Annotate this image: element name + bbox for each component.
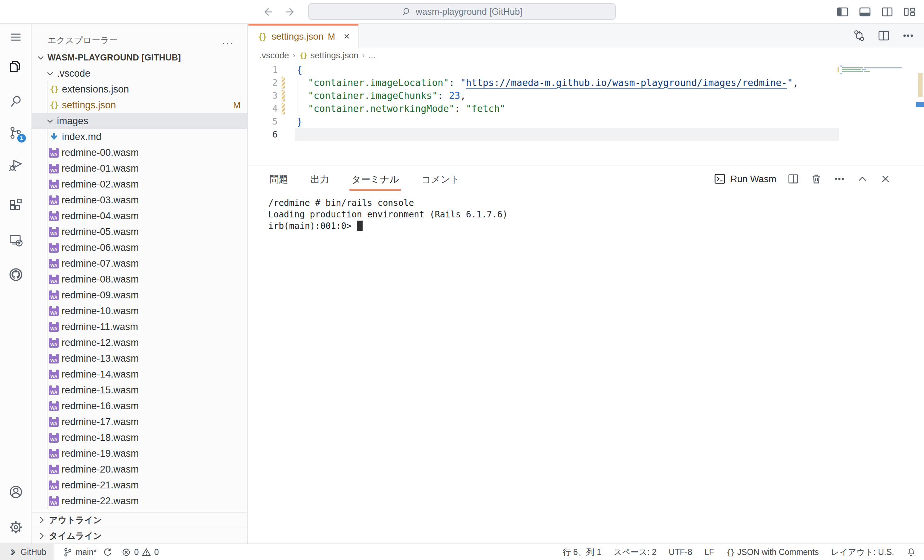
tree-item-redmine-01.wasm[interactable]: WAredmine-01.wasm bbox=[32, 160, 247, 176]
remote-explorer-icon[interactable] bbox=[7, 231, 24, 249]
tree-item-redmine-22.wasm[interactable]: WAredmine-22.wasm bbox=[32, 493, 247, 509]
tree-item-redmine-00.wasm[interactable]: WAredmine-00.wasm bbox=[32, 145, 247, 160]
more-actions-icon[interactable] bbox=[902, 29, 915, 42]
tree-item-redmine-03.wasm[interactable]: WAredmine-03.wasm bbox=[32, 192, 247, 208]
split-editor-icon[interactable] bbox=[881, 5, 894, 18]
code-line-2[interactable]: 2 "container.imageLocation": "https://ma… bbox=[249, 76, 924, 89]
cursor-position[interactable]: 行 6、列 1 bbox=[562, 547, 601, 558]
run-wasm-button[interactable]: Run Wasm bbox=[714, 173, 776, 185]
wasm-file-icon: WA bbox=[49, 180, 59, 189]
tree-item-redmine-17.wasm[interactable]: WAredmine-17.wasm bbox=[32, 414, 247, 430]
maximize-panel-icon[interactable] bbox=[856, 173, 868, 185]
tab-output[interactable]: 出力 bbox=[310, 167, 330, 191]
search-sidebar-icon[interactable] bbox=[7, 93, 24, 110]
close-tab-icon[interactable] bbox=[342, 31, 351, 42]
encoding[interactable]: UTF-8 bbox=[669, 547, 692, 557]
outline-section-header[interactable]: アウトライン bbox=[32, 512, 247, 528]
timeline-section-header[interactable]: タイムライン bbox=[32, 528, 247, 544]
code-line-3[interactable]: 3 "container.imageChunks": 23, bbox=[249, 89, 924, 102]
tree-item-redmine-04.wasm[interactable]: WAredmine-04.wasm bbox=[32, 208, 247, 224]
tree-item-redmine-02.wasm[interactable]: WAredmine-02.wasm bbox=[32, 176, 247, 192]
json-file-icon: {} bbox=[49, 84, 59, 94]
indentation[interactable]: スペース: 2 bbox=[614, 547, 657, 558]
tree-item-index.md[interactable]: index.md bbox=[32, 129, 247, 145]
github-icon[interactable] bbox=[7, 266, 24, 283]
breadcrumb-folder[interactable]: .vscode bbox=[259, 50, 289, 60]
code-line-6[interactable]: 6 bbox=[249, 128, 924, 141]
panel-more-actions-icon[interactable] bbox=[833, 173, 846, 185]
tab-terminal[interactable]: ターミナル bbox=[351, 167, 400, 191]
remote-indicator[interactable]: GitHub bbox=[0, 544, 54, 560]
tree-item-redmine-06.wasm[interactable]: WAredmine-06.wasm bbox=[32, 240, 247, 256]
open-changes-icon[interactable] bbox=[853, 29, 866, 42]
terminal-output[interactable]: /redmine # bin/rails consoleLoading prod… bbox=[249, 192, 924, 544]
explorer-more-actions-icon[interactable]: ··· bbox=[222, 40, 234, 46]
extensions-icon[interactable] bbox=[7, 196, 24, 214]
code-text: } bbox=[297, 115, 303, 128]
back-arrow-icon[interactable] bbox=[261, 6, 274, 18]
split-editor-right-icon[interactable] bbox=[877, 29, 890, 42]
tree-item-redmine-07.wasm[interactable]: WAredmine-07.wasm bbox=[32, 256, 247, 271]
split-terminal-icon[interactable] bbox=[787, 173, 800, 185]
tree-item-redmine-13.wasm[interactable]: WAredmine-13.wasm bbox=[32, 350, 247, 366]
menu-icon[interactable] bbox=[7, 28, 24, 46]
tree-item-wasm-playgroundgithub[interactable]: WASM-PLAYGROUND [GITHUB] bbox=[32, 50, 247, 66]
tree-item-extensions.json[interactable]: {}extensions.json bbox=[32, 81, 247, 97]
code-line-4[interactable]: 4 "container.networkingMode": "fetch" bbox=[249, 102, 924, 115]
minimap[interactable] bbox=[840, 66, 908, 109]
code-line-1[interactable]: 1{ bbox=[249, 63, 924, 76]
tree-item-redmine-11.wasm[interactable]: WAredmine-11.wasm bbox=[32, 319, 247, 335]
tab-settings-json[interactable]: {} settings.json M bbox=[249, 24, 358, 48]
tree-item-label: redmine-00.wasm bbox=[62, 147, 139, 158]
tree-item-redmine-05.wasm[interactable]: WAredmine-05.wasm bbox=[32, 224, 247, 240]
kill-terminal-trash-icon[interactable] bbox=[810, 173, 822, 185]
tab-comments[interactable]: コメント bbox=[421, 167, 460, 191]
breadcrumb-file[interactable]: settings.json bbox=[310, 50, 358, 60]
tab-problems[interactable]: 問題 bbox=[268, 167, 289, 191]
tree-item-redmine-15.wasm[interactable]: WAredmine-15.wasm bbox=[32, 382, 247, 398]
chevron-down-icon bbox=[45, 68, 56, 79]
tree-item-redmine-20.wasm[interactable]: WAredmine-20.wasm bbox=[32, 461, 247, 477]
toggle-panel-icon[interactable] bbox=[858, 5, 872, 18]
tree-item-redmine-18.wasm[interactable]: WAredmine-18.wasm bbox=[32, 430, 247, 446]
notifications-bell-icon[interactable] bbox=[906, 547, 916, 557]
command-center-search[interactable]: wasm-playground [GitHub] bbox=[308, 3, 616, 20]
breadcrumb-tail[interactable]: ... bbox=[368, 50, 376, 60]
tree-item-redmine-14.wasm[interactable]: WAredmine-14.wasm bbox=[32, 366, 247, 382]
code-line-5[interactable]: 5} bbox=[249, 115, 924, 128]
language-label: JSON with Comments bbox=[738, 547, 819, 557]
customize-layout-icon[interactable] bbox=[903, 5, 916, 18]
tree-item-label: redmine-20.wasm bbox=[62, 464, 139, 475]
tree-item-images[interactable]: images bbox=[32, 113, 247, 129]
tree-item-redmine-12.wasm[interactable]: WAredmine-12.wasm bbox=[32, 335, 247, 350]
settings-gear-icon[interactable] bbox=[7, 519, 24, 536]
explorer-icon[interactable] bbox=[7, 58, 24, 75]
tree-item-redmine-09.wasm[interactable]: WAredmine-09.wasm bbox=[32, 287, 247, 303]
eol-sequence[interactable]: LF bbox=[704, 547, 714, 557]
run-debug-icon[interactable] bbox=[7, 156, 24, 173]
account-icon[interactable] bbox=[7, 483, 24, 501]
wasm-file-icon: WA bbox=[49, 195, 59, 205]
overview-ruler[interactable] bbox=[916, 63, 924, 166]
branch-indicator[interactable]: main* bbox=[63, 547, 112, 557]
source-control-icon[interactable]: 1 bbox=[7, 124, 24, 142]
tree-item-redmine-10.wasm[interactable]: WAredmine-10.wasm bbox=[32, 303, 247, 319]
file-tree: WASM-PLAYGROUND [GITHUB].vscode{}extensi… bbox=[32, 50, 247, 509]
problems-indicator[interactable]: 0 0 bbox=[122, 547, 159, 557]
language-mode[interactable]: {} JSON with Comments bbox=[726, 547, 819, 557]
tree-item-settings.json[interactable]: {}settings.jsonM bbox=[32, 97, 247, 113]
tree-item-redmine-08.wasm[interactable]: WAredmine-08.wasm bbox=[32, 271, 247, 287]
tree-item-.vscode[interactable]: .vscode bbox=[32, 66, 247, 81]
toggle-sidebar-icon[interactable] bbox=[836, 5, 849, 18]
wasm-file-icon: WA bbox=[49, 385, 59, 395]
tree-item-redmine-21.wasm[interactable]: WAredmine-21.wasm bbox=[32, 477, 247, 493]
wasm-file-icon: WA bbox=[49, 148, 59, 158]
close-panel-icon[interactable] bbox=[879, 173, 892, 185]
keyboard-layout[interactable]: レイアウト: U.S. bbox=[831, 547, 894, 558]
tree-item-redmine-19.wasm[interactable]: WAredmine-19.wasm bbox=[32, 446, 247, 461]
forward-arrow-icon[interactable] bbox=[285, 6, 297, 18]
code-editor[interactable]: 1{2 "container.imageLocation": "https://… bbox=[249, 63, 924, 166]
tree-item-redmine-16.wasm[interactable]: WAredmine-16.wasm bbox=[32, 398, 247, 414]
indent-guide bbox=[47, 145, 48, 160]
wasm-file-icon: WA bbox=[49, 306, 59, 316]
